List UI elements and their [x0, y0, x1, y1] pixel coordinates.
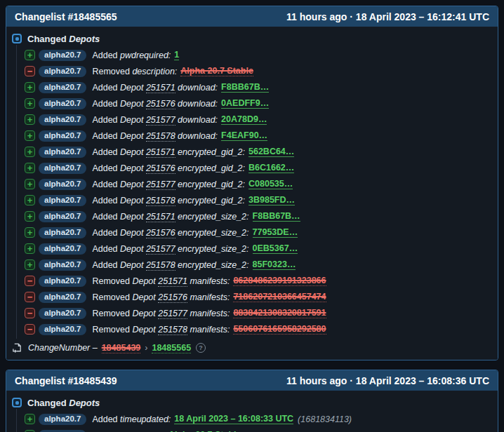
- changenumber-separator: ›: [145, 343, 147, 353]
- change-verb: Added: [92, 414, 120, 424]
- changelist-body: Changed Depots +alpha20.7Added pwdrequir…: [6, 27, 498, 360]
- depot-name-badge[interactable]: alpha20.7: [39, 276, 86, 287]
- depot-id-link[interactable]: 251571: [146, 83, 175, 93]
- depot-id-link[interactable]: 251571: [158, 276, 187, 287]
- change-verb: Added: [92, 83, 120, 93]
- section-label: Changed Depots: [27, 34, 100, 44]
- added-value[interactable]: 0EB5367…: [253, 243, 298, 254]
- attribute-name: Depot 251576 encrypted_gid_2:: [120, 163, 245, 173]
- changenumber-new[interactable]: 18485565: [152, 343, 191, 353]
- added-icon: +: [25, 211, 35, 222]
- depot-name-badge[interactable]: alpha20.7: [39, 211, 86, 222]
- depot-id-link[interactable]: 251576: [146, 228, 175, 238]
- removed-value[interactable]: 7186207210366457474: [233, 292, 326, 302]
- depot-id-link[interactable]: 251577: [146, 115, 175, 126]
- depot-id-link[interactable]: 251577: [146, 244, 175, 255]
- attribute-name: description:: [132, 67, 177, 76]
- removed-value[interactable]: 8838421308320817591: [233, 308, 326, 318]
- depot-id-link[interactable]: 251578: [146, 196, 175, 206]
- added-value[interactable]: 562BC64…: [248, 147, 294, 157]
- depot-id-link[interactable]: 251578: [158, 325, 187, 335]
- changenumber-label: ChangeNumber –: [28, 343, 98, 353]
- tree-guide-line: [16, 409, 17, 432]
- changenumber-old[interactable]: 18485439: [102, 343, 141, 353]
- depot-id-link[interactable]: 251577: [158, 309, 187, 319]
- depot-name-badge[interactable]: alpha20.7: [39, 243, 86, 255]
- changelist-card: Changelist #18485565 11 hours ago · 18 A…: [6, 6, 498, 360]
- depot-id-link[interactable]: 251571: [146, 147, 175, 158]
- changenumber-row: ChangeNumber – 18485439 › 18485565 ?: [12, 341, 489, 355]
- added-value[interactable]: 1: [174, 50, 179, 60]
- removed-value[interactable]: 8628486239191323866: [233, 276, 326, 286]
- removed-value[interactable]: Alpha 20.7 Stable: [180, 66, 253, 76]
- changelist-timestamp: 11 hours ago · 18 April 2023 – 16:08:36 …: [286, 375, 489, 386]
- removed-icon: −: [25, 292, 35, 302]
- attribute-name: Depot 251577 encrypted_gid_2:: [120, 180, 245, 189]
- change-row: −alpha20.7Removed Depot 251578 manifests…: [25, 321, 489, 337]
- change-verb: Removed: [92, 325, 132, 335]
- added-value[interactable]: F8BB67B…: [221, 82, 269, 93]
- change-row: +alpha20.7Added timeupdated:18 April 202…: [25, 411, 489, 427]
- added-value[interactable]: 77953DE…: [253, 227, 298, 238]
- added-icon: +: [25, 243, 35, 254]
- changenumber-icon: [12, 343, 22, 353]
- depot-name-badge[interactable]: alpha20.7: [39, 130, 86, 142]
- depot-id-link[interactable]: 251577: [146, 180, 175, 190]
- depot-name-badge[interactable]: alpha20.7: [39, 292, 86, 303]
- depot-name-badge[interactable]: alpha20.7: [39, 179, 86, 190]
- change-row: +alpha20.7Added Depot 251571 encrypted_g…: [25, 144, 489, 160]
- change-verb: Removed: [92, 67, 132, 76]
- depot-id-link[interactable]: 251576: [146, 99, 175, 109]
- depot-name-badge[interactable]: alpha20.7: [39, 147, 86, 158]
- change-verb: Added: [92, 244, 120, 254]
- depot-id-link[interactable]: 251571: [146, 212, 175, 222]
- added-icon: +: [25, 98, 35, 109]
- added-icon: +: [25, 414, 35, 424]
- added-icon: +: [25, 227, 35, 238]
- depot-name-badge[interactable]: alpha20.7: [39, 195, 86, 206]
- depot-id-link[interactable]: 251578: [146, 260, 175, 271]
- added-icon: +: [25, 195, 35, 205]
- removed-value[interactable]: 5506076165958292580: [233, 324, 326, 335]
- depot-id-link[interactable]: 251578: [146, 131, 175, 142]
- added-value[interactable]: C080535…: [248, 179, 293, 189]
- change-row: +alpha20.7Added Depot 251576 encrypted_s…: [25, 224, 489, 241]
- depot-name-badge[interactable]: alpha20.7: [39, 50, 86, 61]
- added-value[interactable]: F8BB67B…: [253, 211, 300, 222]
- added-icon: +: [25, 82, 35, 93]
- added-value[interactable]: 3B985FD…: [248, 195, 295, 205]
- depot-name-badge[interactable]: alpha20.7: [39, 259, 86, 271]
- attribute-name: pwdrequired:: [120, 50, 171, 60]
- change-row: −alpha20.7Removed description:Alpha 20.7…: [25, 63, 489, 79]
- added-icon: +: [25, 50, 35, 60]
- added-value[interactable]: 20A78D9…: [221, 114, 267, 125]
- added-value[interactable]: B6C1662…: [248, 163, 294, 173]
- change-row: +alpha20.7Added Depot 251578 download:F4…: [25, 128, 489, 144]
- depot-name-badge[interactable]: alpha20.7: [39, 66, 86, 77]
- depot-name-badge[interactable]: alpha20.7: [39, 308, 86, 319]
- depot-name-badge[interactable]: alpha20.7: [39, 324, 86, 335]
- added-value[interactable]: 85F0323…: [253, 259, 296, 270]
- change-verb: Added: [92, 115, 120, 125]
- depot-name-badge[interactable]: alpha20.7: [39, 82, 86, 93]
- depot-name-badge[interactable]: alpha20.7: [39, 227, 86, 238]
- added-value[interactable]: 0AEDFF9…: [221, 98, 269, 109]
- depot-id-link[interactable]: 251576: [146, 163, 175, 174]
- help-icon[interactable]: ?: [196, 343, 206, 353]
- depot-id-link[interactable]: 251576: [158, 292, 187, 303]
- added-value[interactable]: 18 April 2023 – 16:08:33 UTC: [174, 414, 293, 424]
- change-verb: Added: [92, 131, 120, 141]
- depot-name-badge[interactable]: alpha20.7: [39, 414, 86, 425]
- changelist-title: Changelist #18485439: [15, 375, 117, 386]
- added-value[interactable]: F4EAF90…: [221, 130, 267, 141]
- changelist-card: Changelist #18485439 11 hours ago · 18 A…: [6, 370, 498, 432]
- attribute-name: Depot 251571 manifests:: [132, 276, 230, 286]
- depot-name-badge[interactable]: alpha20.7: [39, 430, 86, 432]
- change-verb: Added: [92, 99, 120, 109]
- depot-name-badge[interactable]: alpha20.7: [39, 163, 86, 174]
- change-row: +alpha20.7Added description:Alpha 20.7 S…: [25, 427, 489, 432]
- depot-name-badge[interactable]: alpha20.7: [39, 98, 86, 109]
- change-row: +alpha20.7Added Depot 251571 encrypted_s…: [25, 208, 489, 224]
- attribute-name: Depot 251576 manifests:: [132, 292, 230, 302]
- depot-name-badge[interactable]: alpha20.7: [39, 114, 86, 126]
